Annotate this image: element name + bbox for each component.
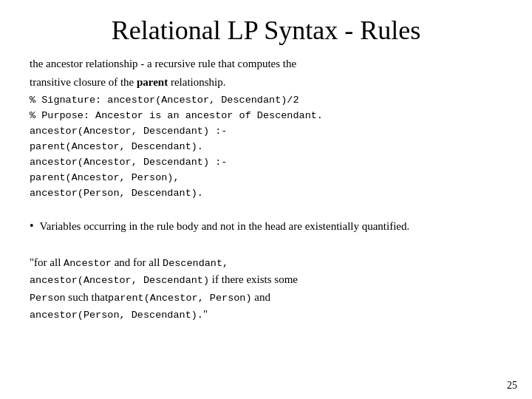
quote-line-3: Person such thatparent(Ancestor, Person)… — [30, 289, 502, 306]
code-line-1: % Signature: ancestor(Ancestor, Descenda… — [30, 93, 502, 109]
intro-line2: transitive closure of the parent relatio… — [30, 75, 502, 90]
divider-2 — [30, 242, 502, 250]
bullet-section: • Variables occurring in the rule body a… — [30, 219, 502, 235]
quote-l3-code: Person — [30, 293, 66, 304]
quote-block: "for all Ancestor and for all Descendant… — [30, 254, 502, 323]
code-line-4: parent(Ancestor, Descendant). — [30, 140, 502, 155]
intro-line2-bold: parent — [137, 76, 168, 88]
slide-container: Relational LP Syntax - Rules the ancesto… — [0, 0, 532, 399]
quote-l3-code2: parent(Ancestor, Person) — [108, 293, 251, 304]
quote-l2-mid: if there exists some — [209, 273, 298, 285]
quote-l4-suffix: " — [203, 308, 208, 320]
intro-line2-suffix: relationship. — [168, 76, 225, 88]
quote-line-2: ancestor(Ancestor, Descendant) if there … — [30, 271, 502, 288]
quote-l1-code2: Descendant, — [163, 258, 228, 269]
slide-title: Relational LP Syntax - Rules — [30, 15, 502, 46]
code-line-7: ancestor(Person, Descendant). — [30, 186, 502, 202]
intro-text: the ancestor relationship - a recursive … — [30, 56, 502, 90]
quote-l1-pre: "for all — [30, 256, 64, 268]
quote-l1-code: Ancestor — [64, 258, 112, 269]
intro-line1: the ancestor relationship - a recursive … — [30, 56, 502, 72]
code-line-2: % Purpose: Ancestor is an ancestor of De… — [30, 109, 502, 124]
quote-l2-code: ancestor(Ancestor, Descendant) — [30, 275, 209, 286]
quote-l1-mid: and for all — [112, 256, 163, 268]
code-line-6: parent(Ancestor, Person), — [30, 171, 502, 186]
code-line-5: ancestor(Ancestor, Descendant) :- — [30, 155, 502, 171]
code-line-3: ancestor(Ancestor, Descendant) :- — [30, 124, 502, 140]
quote-line-1: "for all Ancestor and for all Descendant… — [30, 254, 502, 271]
intro-line2-prefix: transitive closure of the — [30, 76, 137, 88]
bullet-icon: • — [30, 219, 34, 233]
quote-l3-mid2: and — [252, 291, 270, 303]
bullet-text: Variables occurring in the rule body and… — [40, 219, 410, 235]
quote-l4-code: ancestor(Person, Descendant). — [30, 310, 203, 321]
code-block: % Signature: ancestor(Ancestor, Descenda… — [30, 93, 502, 201]
quote-line-4: ancestor(Person, Descendant)." — [30, 306, 502, 323]
quote-l3-mid: such that — [66, 291, 109, 303]
divider-1 — [30, 204, 502, 211]
page-number: 25 — [507, 380, 517, 392]
